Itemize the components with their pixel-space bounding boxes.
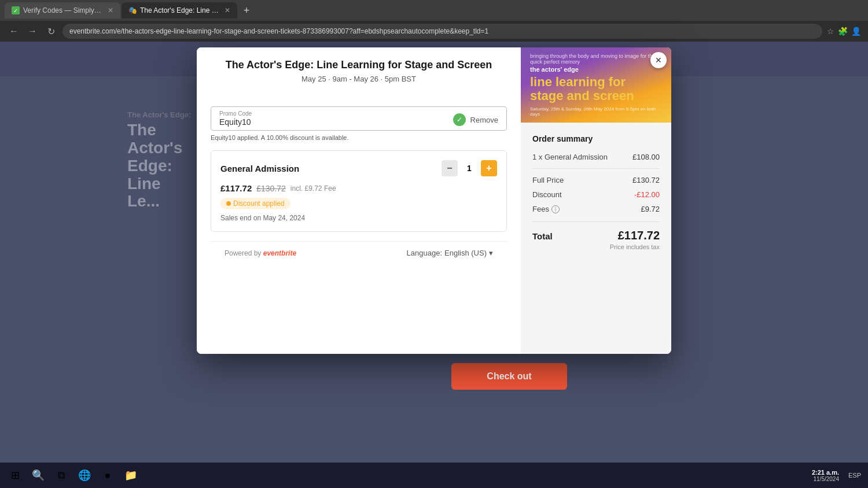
event-img-footer-date: Saturday, 25th & Sunday, 26th May 2024 f… [530, 106, 662, 117]
promo-remove-button[interactable]: Remove [470, 116, 498, 124]
event-img-footer: Saturday, 25th & Sunday, 26th May 2024 f… [530, 106, 662, 117]
tab-simplycodes[interactable]: ✓ Verify Codes — SimplyCodes ✕ [5, 2, 120, 19]
back-button[interactable]: ← [7, 26, 21, 36]
event-image-text-overlay: bringing through the body and moving to … [521, 47, 671, 123]
taskbar-chrome-icon[interactable]: ● [97, 465, 118, 486]
modal-left-panel: The Actor's Edge: Line Learning for Stag… [197, 47, 521, 354]
order-fullprice-value: £130.72 [632, 176, 660, 184]
url-text: eventbrite.com/e/the-actors-edge-line-le… [69, 27, 488, 35]
profile-icon[interactable]: 👤 [851, 27, 861, 36]
powered-by-label: Powered by [225, 249, 261, 257]
modal: The Actor's Edge: Line Learning for Stag… [197, 47, 671, 354]
taskbar-date-display: 11/5/2024 [812, 476, 839, 482]
promo-actions: ✓ Remove [453, 113, 498, 126]
ticket-price-new: £117.72 [220, 183, 252, 193]
order-total-label: Total [532, 231, 553, 241]
order-summary-title: Order summary [532, 134, 660, 143]
language-value: English (US) [444, 249, 487, 257]
taskbar-lang: ESP [846, 472, 863, 479]
modal-close-button[interactable]: ✕ [650, 52, 667, 68]
ticket-header: General Admission − 1 + [220, 160, 497, 176]
promo-message: Equity10 applied. A 10.00% discount is a… [211, 134, 507, 141]
simplycodes-favicon: ✓ [12, 6, 20, 14]
promo-label: Promo Code [219, 110, 252, 117]
ticket-card: General Admission − 1 + £117.72 £130.72 [211, 150, 507, 232]
ticket-name: General Admission [220, 164, 299, 173]
taskbar-time-display: 2:21 a.m. [812, 469, 839, 476]
modal-event-date: May 25 · 9am - May 26 · 5pm BST [211, 75, 507, 83]
powered-by-brand: eventbrite [263, 249, 296, 257]
taskbar-task-view[interactable]: ⧉ [51, 465, 72, 486]
browser-chrome: ✓ Verify Codes — SimplyCodes ✕ 🎭 The Act… [0, 0, 868, 42]
promo-check-icon: ✓ [453, 113, 466, 126]
tab-bar: ✓ Verify Codes — SimplyCodes ✕ 🎭 The Act… [0, 0, 868, 21]
ticket-price-old: £130.72 [256, 184, 286, 193]
discount-dot-icon [226, 201, 231, 206]
ticket-qty-control: − 1 + [442, 160, 497, 176]
event-img-title: line learning for stage and screen [530, 75, 662, 103]
modal-right-panel: bringing through the body and moving to … [521, 47, 671, 354]
address-bar[interactable]: eventbrite.com/e/the-actors-edge-line-le… [62, 24, 822, 39]
taskbar-windows-button[interactable]: ⊞ [5, 465, 25, 486]
taskbar-app1[interactable]: 📁 [120, 465, 141, 486]
promo-section: Promo Code Equity10 ✓ Remove Equity10 ap… [211, 106, 507, 141]
address-bar-row: ← → ↻ eventbrite.com/e/the-actors-edge-l… [0, 21, 868, 42]
modal-event-title: The Actor's Edge: Line Learning for Stag… [211, 59, 507, 71]
language-selector[interactable]: Language: English (US) ▾ [407, 249, 493, 257]
modal-overlay: The Actor's Edge: Line Learning for Stag… [0, 42, 868, 488]
discount-badge-text: Discount applied [233, 199, 285, 208]
ticket-price-row: £117.72 £130.72 incl. £9.72 Fee [220, 183, 497, 193]
order-line-ticket-label: 1 x General Admission [532, 153, 632, 161]
order-line-ticket-value: £108.00 [632, 153, 660, 161]
taskbar-edge-icon[interactable]: 🌐 [74, 465, 95, 486]
qty-value: 1 [464, 164, 475, 173]
modal-footer: Powered by eventbrite Language: English … [211, 241, 507, 264]
order-fullprice-label: Full Price [532, 176, 632, 184]
order-summary: Order summary 1 x General Admission £108… [521, 123, 671, 250]
qty-increase-button[interactable]: + [481, 160, 497, 176]
order-line-ticket: 1 x General Admission £108.00 [532, 153, 660, 161]
event-image: bringing through the body and moving to … [521, 47, 671, 123]
tab-eventbrite[interactable]: 🎭 The Actor's Edge: Line Learnin... ✕ [122, 2, 237, 19]
order-total-value: £117.72 [618, 229, 660, 242]
modal-title-area: The Actor's Edge: Line Learning for Stag… [197, 47, 521, 95]
language-label: Language: [407, 249, 442, 257]
promo-input-wrapper: Promo Code Equity10 ✓ Remove [211, 106, 507, 131]
powered-by: Powered by eventbrite [225, 249, 296, 257]
order-line-fullprice: Full Price £130.72 [532, 176, 660, 184]
eventbrite-favicon: 🎭 [128, 6, 137, 14]
order-line-fees: Fees i £9.72 [532, 205, 660, 213]
order-total-row: Total £117.72 [532, 221, 660, 242]
ticket-sales-end: Sales end on May 24, 2024 [220, 214, 497, 222]
order-line-discount: Discount -£12.00 [532, 190, 660, 199]
order-discount-value: -£12.00 [634, 190, 660, 199]
simplycodes-tab-title: Verify Codes — SimplyCodes [23, 6, 102, 14]
taskbar: ⊞ 🔍 ⧉ 🌐 ● 📁 2:21 a.m. 11/5/2024 ESP [0, 463, 868, 488]
extensions-icon[interactable]: 🧩 [838, 27, 848, 36]
checkout-row: Check out [347, 354, 671, 399]
taskbar-search-button[interactable]: 🔍 [28, 465, 49, 486]
modal-left-body: Promo Code Equity10 ✓ Remove Equity10 ap… [197, 95, 521, 354]
eventbrite-tab-close[interactable]: ✕ [225, 6, 230, 14]
taskbar-clock: 2:21 a.m. 11/5/2024 [812, 469, 844, 482]
fees-info-icon[interactable]: i [551, 205, 560, 213]
order-tax-note: Price includes tax [532, 243, 660, 250]
browser-icons: ☆ 🧩 👤 [827, 27, 861, 36]
order-fees-value: £9.72 [641, 205, 660, 213]
promo-input-row: Equity10 ✓ Remove [219, 113, 498, 127]
simplycodes-tab-close[interactable]: ✕ [108, 6, 113, 14]
order-discount-label: Discount [532, 190, 634, 199]
bookmark-icon[interactable]: ☆ [827, 27, 834, 36]
page-background: The Actor's Edge: TheActor'sEdge:LineLe.… [0, 42, 868, 488]
order-divider-1 [532, 168, 660, 169]
discount-badge: Discount applied [220, 198, 290, 209]
forward-button[interactable]: → [25, 26, 39, 36]
event-img-brand: the actors' edge [530, 66, 662, 73]
new-tab-button[interactable]: + [238, 2, 255, 19]
eventbrite-tab-title: The Actor's Edge: Line Learnin... [140, 6, 219, 14]
language-chevron-icon: ▾ [489, 249, 493, 257]
event-img-subtitle: bringing through the body and moving to … [530, 53, 662, 65]
qty-decrease-button[interactable]: − [442, 160, 458, 176]
reload-button[interactable]: ↻ [44, 26, 58, 37]
checkout-button[interactable]: Check out [451, 363, 567, 390]
